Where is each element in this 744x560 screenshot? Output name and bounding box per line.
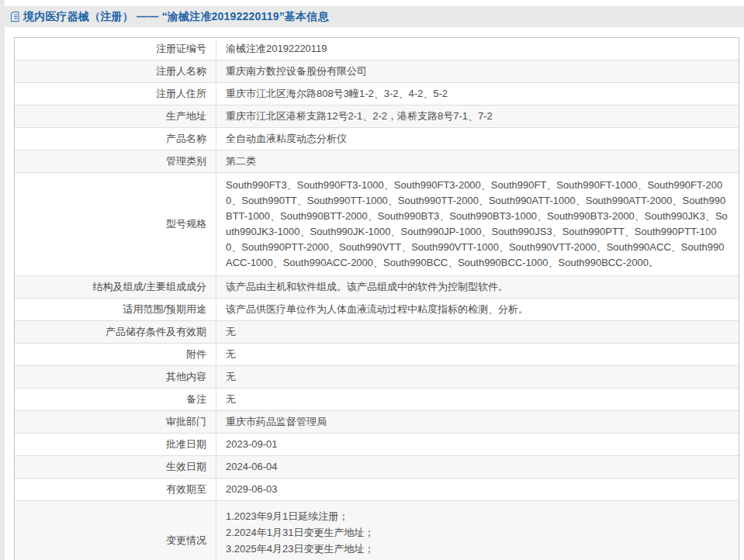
table-row-remarks: 备注 无	[15, 388, 739, 410]
page-title: 境内医疗器械（注册） —— “渝械注准20192220119”基本信息	[23, 10, 329, 24]
row-label: 产品储存条件及有效期	[15, 321, 216, 343]
change-history-line: 2.2024年1月31日变更生产地址；	[226, 524, 729, 541]
row-value: 无	[216, 344, 739, 365]
page-header: 境内医疗器械（注册） —— “渝械注准20192220119”基本信息	[0, 6, 744, 27]
change-history-line: 1.2023年9月1日延续注册；	[226, 508, 729, 524]
row-label: 结构及组成/主要组成成分	[15, 276, 216, 298]
table-row-registrant-name: 注册人名称 重庆南方数控设备股份有限公司	[15, 60, 739, 82]
table-row-intended-use: 适用范围/预期用途 该产品供医疗单位作为人体血液流动过程中粘度指标的检测、分析。	[15, 298, 739, 320]
row-value: 该产品由主机和软件组成。该产品组成中的软件为控制型软件。	[216, 276, 739, 298]
table-row-approval-department: 审批部门 重庆市药品监督管理局	[15, 410, 739, 433]
row-label: 有效期至	[15, 479, 216, 500]
row-label: 附件	[15, 344, 216, 365]
table-row-attachments: 附件 无	[15, 343, 739, 365]
table-row-approval-date: 批准日期 2023-09-01	[15, 433, 739, 455]
change-history-line: 4.2025年5月7日变更注册人住所。	[226, 557, 729, 560]
row-value: 渝械注准20192220119	[216, 38, 739, 60]
row-label: 管理类别	[15, 150, 216, 172]
table-row-effective-date: 生效日期 2024-06-04	[15, 455, 739, 478]
table-row-production-address: 生产地址 重庆市江北区港桥支路12号2-1、2-2，港桥支路8号7-1、7-2	[15, 105, 739, 127]
row-value: 1.2023年9月1日延续注册； 2.2024年1月31日变更生产地址； 3.2…	[216, 501, 739, 560]
row-value: 无	[216, 389, 739, 410]
row-label: 生效日期	[15, 456, 216, 478]
row-label: 产品名称	[15, 128, 216, 150]
change-history-line: 3.2025年4月23日变更生产地址；	[226, 541, 729, 557]
table-row-model-spec: 型号规格 South990FT3、South990FT3-1000、South9…	[15, 172, 739, 275]
table-row-management-category: 管理类别 第二类	[15, 150, 739, 172]
row-value: 无	[216, 321, 739, 343]
row-value: 重庆市江北区海尔路808号3幢1-2、3-2、4-2、5-2	[216, 83, 739, 105]
table-row-registrant-address: 注册人住所 重庆市江北区海尔路808号3幢1-2、3-2、4-2、5-2	[15, 82, 739, 105]
row-label: 适用范围/预期用途	[15, 299, 216, 320]
table-row-composition: 结构及组成/主要组成成分 该产品由主机和软件组成。该产品组成中的软件为控制型软件…	[15, 275, 739, 298]
row-value: 重庆市江北区港桥支路12号2-1、2-2，港桥支路8号7-1、7-2	[216, 105, 739, 127]
row-label: 审批部门	[15, 411, 216, 433]
row-value: 重庆市药品监督管理局	[216, 411, 739, 433]
row-label: 备注	[15, 389, 216, 410]
row-value: 第二类	[216, 150, 739, 172]
row-label: 型号规格	[15, 173, 216, 275]
row-label: 注册证编号	[15, 38, 216, 60]
row-value: 2023-09-01	[216, 434, 739, 455]
row-label: 注册人住所	[15, 83, 216, 105]
row-label: 批准日期	[15, 434, 216, 455]
row-value: 2029-06-03	[216, 479, 739, 500]
row-label: 注册人名称	[15, 60, 216, 82]
table-row-storage-conditions: 产品储存条件及有效期 无	[15, 320, 739, 343]
row-label: 生产地址	[15, 105, 216, 127]
registration-info-table: 注册证编号 渝械注准20192220119 注册人名称 重庆南方数控设备股份有限…	[14, 37, 739, 560]
row-value: 全自动血液粘度动态分析仪	[216, 128, 739, 150]
row-label: 变更情况	[15, 501, 216, 560]
table-row-product-name: 产品名称 全自动血液粘度动态分析仪	[15, 127, 739, 150]
row-value: 2024-06-04	[216, 456, 739, 478]
row-value: 重庆南方数控设备股份有限公司	[216, 60, 739, 82]
table-row-other-content: 其他内容 无	[15, 365, 739, 388]
table-row-change-history: 变更情况 1.2023年9月1日延续注册； 2.2024年1月31日变更生产地址…	[15, 500, 739, 560]
page-left-margin	[0, 0, 5, 560]
table-row-expiry-date: 有效期至 2029-06-03	[15, 478, 739, 500]
table-row-registration-number: 注册证编号 渝械注准20192220119	[15, 38, 739, 60]
row-value: South990FT3、South990FT3-1000、South990FT3…	[216, 173, 739, 275]
row-value: 无	[216, 366, 739, 388]
row-value: 该产品供医疗单位作为人体血液流动过程中粘度指标的检测、分析。	[216, 299, 739, 320]
row-label: 其他内容	[15, 366, 216, 388]
document-icon	[10, 11, 21, 22]
